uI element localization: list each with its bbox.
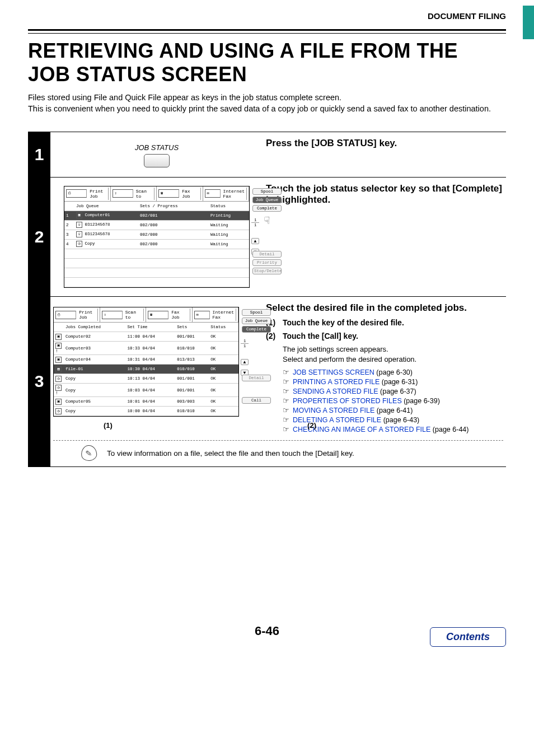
step-2-title: Touch the job status selector key so tha… [266,183,503,206]
note-text: To view information on a file, select th… [107,449,354,458]
file-icon: ▤ [55,366,62,372]
pc-icon: ▣ [55,357,62,363]
scan-icon: ⇪ [102,311,123,319]
col-settime: Set Time [125,323,175,332]
table-row[interactable]: ▣!Computer0310:33 04/04010/010OK [54,342,238,355]
pg-bot: 1 [251,223,259,227]
col-status: Status [209,202,249,211]
btn-stopdelete[interactable]: Stop/Delete [252,268,282,274]
table-row[interactable]: ◷!Copy10:03 04/04001/001OK [54,384,238,397]
table-row[interactable]: ▣Computer0410:31 04/04013/013OK [54,355,238,365]
btn-spool[interactable]: Spool [242,309,271,316]
table-row[interactable]: ▣Computer0211:00 04/04001/001OK [54,332,238,342]
ifax-icon: ✉ [205,189,221,198]
pg-top: 1 [241,339,249,344]
print-icon: ⎙ [66,189,87,198]
dashed-rule [53,440,503,441]
table-row[interactable]: 2☏ 0312345678002/000Waiting [64,220,249,230]
tab-scan-to[interactable]: ⇪Scan to [100,307,147,322]
fax-icon: ☎ [148,311,168,319]
table-row[interactable]: 4◷ Copy002/000Waiting [64,239,249,249]
tab-fax-job[interactable]: ☎Fax Job [157,186,203,201]
note-icon: ✎ [81,445,97,461]
btn-call[interactable]: Call [242,397,271,404]
callout-2: (2) [307,421,316,430]
nav-up[interactable]: ▲ [251,238,259,244]
col-sets: Sets / Progress [138,202,209,211]
step-1: 1 JOB STATUS Press the [JOB STATUS] key. [28,132,506,177]
panel-step3: ⎙Print Job ⇪Scan to ☎Fax Job ✉Internet F… [53,307,239,417]
copy-icon: ◷ [55,408,62,414]
col-sets: Sets [175,323,209,332]
tab-fax-job[interactable]: ☎Fax Job [146,307,193,322]
pc-icon: ▣ [55,399,62,405]
tab-print-job[interactable]: ⎙Print Job [54,307,100,322]
btn-complete[interactable]: Complete [242,326,271,333]
section-tab [523,6,534,39]
rule [28,29,506,34]
col-status: Status [209,323,238,332]
step-number: 3 [28,297,50,467]
btn-detail[interactable]: Detail [252,251,282,258]
pc-icon: ▣ [55,334,62,340]
col-jobqueue: Job Queue [74,202,138,211]
copy-icon: ◷ [55,385,62,391]
scan-icon: ⇪ [113,189,133,198]
jobstatus-label: JOB STATUS [135,143,179,152]
pg-top: 1 [251,218,259,223]
step-2: 2 ⎙Print Job ⇪Scan to ☎Fax Job ✉Internet… [28,177,506,296]
table-row[interactable]: ◷Copy10:13 04/04001/001OK [54,374,238,384]
table-row[interactable]: ▤file-0110:30 04/04010/010OK [54,365,238,374]
tab-scan-to[interactable]: ⇪Scan to [111,186,157,201]
page-title: RETRIEVING AND USING A FILE FROM THE JOB… [28,39,506,86]
tab-internet-fax[interactable]: ✉Internet Fax [193,307,239,322]
ifax-icon: ✉ [194,311,210,319]
jobstatus-key-icon [144,154,170,167]
contents-button[interactable]: Contents [430,627,506,647]
table-row[interactable]: ◷Copy10:00 04/04010/010OK [54,407,238,416]
print-icon: ⎙ [55,311,76,319]
table-row[interactable]: 1▣ Computer01002/001Printing [64,211,249,220]
step-3: 3 ⎙Print Job ⇪Scan to ☎Fax Job ✉Internet… [28,296,506,468]
btn-complete[interactable]: Complete [252,205,282,212]
tab-print-job[interactable]: ⎙Print Job [64,186,111,201]
phone-icon: ☏ [76,231,82,237]
panel-step2: ⎙Print Job ⇪Scan to ☎Fax Job ✉Internet F… [64,186,250,288]
table-row[interactable]: ▣Computer0510:01 04/04003/003OK [54,397,238,407]
copy-icon: ◷ [76,241,82,247]
btn-spool[interactable]: Spool [252,188,282,195]
table-row[interactable]: 3☏ 0312345678002/000Waiting [64,230,249,239]
tab-internet-fax[interactable]: ✉Internet Fax [203,186,250,201]
step-1-title: Press the [JOB STATUS] key. [266,138,503,149]
btn-detail[interactable]: Detail [242,375,271,381]
btn-priority[interactable]: Priority [252,259,282,266]
btn-jobqueue[interactable]: Job Queue [242,318,271,324]
phone-icon: ☏ [76,222,82,228]
copy-icon: ◷ [55,376,62,382]
step-number: 2 [28,178,50,296]
nav-up[interactable]: ▲ [241,359,249,365]
callout-1: (1) [104,421,113,430]
pc-icon: ▣ [55,343,62,349]
btn-jobqueue[interactable]: Job Queue [252,197,282,203]
intro-text: Files stored using File and Quick File a… [28,92,506,115]
col-jobscompleted: Jobs Completed [64,323,125,332]
fax-icon: ☎ [158,189,179,198]
step-number: 1 [28,132,50,177]
pg-bot: 1 [241,344,249,348]
pc-icon: ▣ [76,212,82,218]
header-section: DOCUMENT FILING [28,11,506,24]
